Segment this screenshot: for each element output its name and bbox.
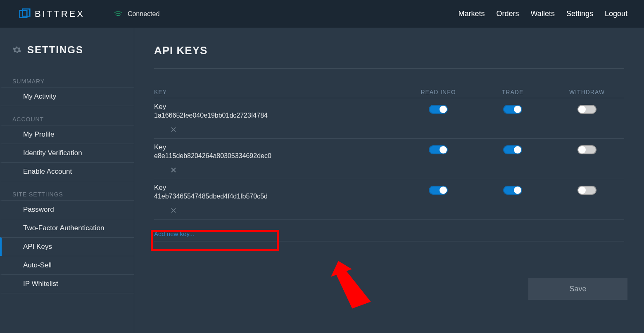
delete-key-button[interactable]	[171, 167, 176, 173]
top-nav: Markets Orders Wallets Settings Logout	[459, 9, 627, 18]
sidebar-item-2fa[interactable]: Two-Factor Authentication	[0, 219, 134, 237]
toggle-read-info[interactable]	[429, 145, 448, 154]
sidebar-item-auto-sell[interactable]: Auto-Sell	[0, 256, 134, 274]
table-row: Key 41eb73465547485dbed4f4d1fb570c5d	[154, 179, 624, 220]
save-button[interactable]: Save	[528, 278, 627, 300]
table-row: Key e8e115deb8204264a80305334692dec0	[154, 138, 624, 179]
topbar: BITTREX Connected Markets Orders Wallets…	[0, 0, 644, 28]
add-new-key-link[interactable]: Add new key...	[154, 230, 194, 237]
sidebar-item-ip-whitelist[interactable]: IP Whitelist	[0, 274, 134, 293]
sidebar-item-enable-account[interactable]: Enable Account	[0, 162, 134, 181]
key-value: 1a166652fee040e19bb01dc2723f4784	[154, 111, 401, 120]
nav-markets[interactable]: Markets	[459, 9, 485, 18]
sidebar-item-password[interactable]: Password	[0, 200, 134, 219]
sidebar-header: SETTINGS	[0, 44, 134, 56]
key-label: Key	[154, 143, 401, 152]
section-site-list: Password Two-Factor Authentication API K…	[0, 200, 134, 293]
title-divider	[154, 68, 624, 69]
nav-logout[interactable]: Logout	[605, 9, 627, 18]
toggle-withdraw[interactable]	[577, 105, 596, 114]
key-cell: Key e8e115deb8204264a80305334692dec0	[154, 143, 401, 175]
wifi-icon	[114, 10, 123, 18]
toggle-read-info[interactable]	[429, 105, 448, 114]
annotation-arrow-icon	[324, 259, 374, 312]
close-icon	[171, 208, 176, 213]
section-account-label: ACCOUNT	[0, 106, 134, 125]
save-wrap: Save	[528, 278, 627, 300]
key-value: e8e115deb8204264a80305334692dec0	[154, 152, 401, 161]
gear-icon	[12, 45, 21, 54]
add-key-row: Add new key...	[154, 230, 624, 241]
delete-key-button[interactable]	[171, 127, 176, 132]
key-cell: Key 41eb73465547485dbed4f4d1fb570c5d	[154, 183, 401, 216]
delete-key-button[interactable]	[171, 208, 176, 213]
col-trade: TRADE	[475, 89, 550, 95]
key-value: 41eb73465547485dbed4f4d1fb570c5d	[154, 192, 401, 201]
brand-text: BITTREX	[35, 9, 85, 19]
sidebar-item-my-activity[interactable]: My Activity	[0, 87, 134, 106]
brand[interactable]: BITTREX	[19, 8, 85, 20]
section-summary-label: SUMMARY	[0, 68, 134, 87]
toggle-read-info[interactable]	[429, 186, 448, 195]
nav-settings[interactable]: Settings	[566, 9, 593, 18]
svg-marker-2	[327, 259, 371, 312]
nav-wallets[interactable]: Wallets	[531, 9, 555, 18]
nav-orders[interactable]: Orders	[497, 9, 519, 18]
toggle-trade[interactable]	[503, 105, 522, 114]
sidebar-item-my-profile[interactable]: My Profile	[0, 125, 134, 144]
toggle-trade[interactable]	[503, 145, 522, 154]
sidebar-item-identity-verification[interactable]: Identity Verification	[0, 144, 134, 162]
col-key: KEY	[154, 89, 401, 95]
toggle-withdraw[interactable]	[577, 145, 596, 154]
key-cell: Key 1a166652fee040e19bb01dc2723f4784	[154, 102, 401, 135]
sidebar-item-api-keys[interactable]: API Keys	[0, 237, 134, 256]
connection-label: Connected	[128, 10, 159, 18]
content: API KEYS KEY READ INFO TRADE WITHDRAW Ke…	[134, 28, 644, 333]
toggle-trade[interactable]	[503, 186, 522, 195]
close-icon	[171, 127, 176, 132]
section-summary-list: My Activity	[0, 87, 134, 106]
section-site-label: SITE SETTIINGS	[0, 181, 134, 200]
bittrex-logo-icon	[19, 8, 31, 20]
page-title: API KEYS	[134, 44, 644, 57]
section-account-list: My Profile Identity Verification Enable …	[0, 125, 134, 181]
table-row: Key 1a166652fee040e19bb01dc2723f4784	[154, 98, 624, 138]
connection-status: Connected	[114, 10, 159, 18]
col-withdraw: WITHDRAW	[550, 89, 624, 95]
api-keys-table: KEY READ INFO TRADE WITHDRAW Key 1a16665…	[154, 89, 624, 220]
key-label: Key	[154, 102, 401, 111]
toggle-withdraw[interactable]	[577, 186, 596, 195]
close-icon	[171, 168, 176, 172]
key-label: Key	[154, 183, 401, 192]
table-header: KEY READ INFO TRADE WITHDRAW	[154, 89, 624, 98]
col-read-info: READ INFO	[401, 89, 475, 95]
sidebar: SETTINGS SUMMARY My Activity ACCOUNT My …	[0, 28, 134, 333]
sidebar-title: SETTINGS	[27, 44, 83, 56]
